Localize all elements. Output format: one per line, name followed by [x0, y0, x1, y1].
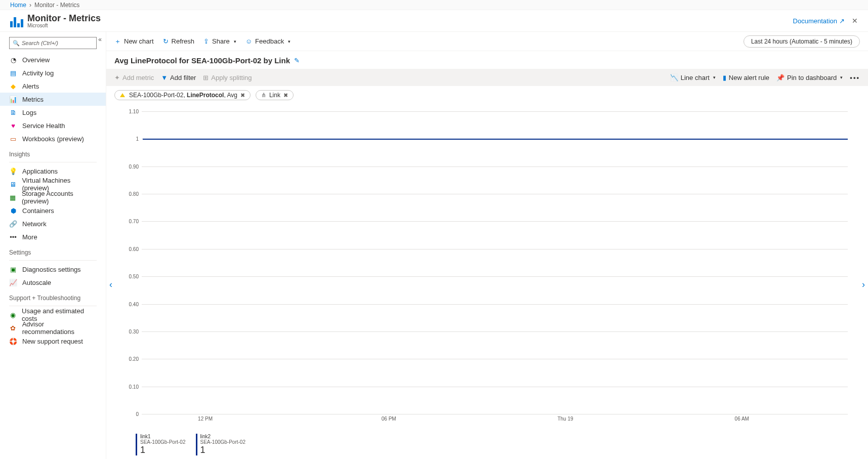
- usage-icon: ◉: [9, 311, 17, 319]
- remove-chip-icon[interactable]: ✖: [240, 92, 245, 99]
- add-filter-button[interactable]: ▼ Add filter: [161, 74, 196, 81]
- y-tick: 0.30: [129, 328, 139, 334]
- chevron-down-icon: ▾: [288, 39, 291, 44]
- gridline: [142, 166, 848, 167]
- edit-title-icon[interactable]: ✎: [294, 57, 300, 64]
- activity-log-icon: ▤: [9, 69, 17, 77]
- sidebar-item-vms[interactable]: 🖥 Virtual Machines (preview): [0, 178, 106, 191]
- chart-type-selector[interactable]: 📉 Line chart ▾: [670, 74, 716, 81]
- sidebar-item-usage[interactable]: ◉ Usage and estimated costs: [0, 308, 106, 321]
- gridline: [142, 359, 848, 359]
- legend-series-name: link2: [200, 434, 246, 439]
- page-subtitle: Microsoft: [27, 23, 101, 28]
- sidebar-item-service-health[interactable]: ♥ Service Health: [0, 119, 106, 132]
- y-tick: 0.70: [129, 219, 139, 224]
- y-tick: 0: [136, 411, 139, 417]
- chevron-down-icon: ▾: [840, 75, 843, 80]
- chevron-down-icon: ▾: [713, 75, 716, 80]
- sidebar-item-diagnostics[interactable]: ▣ Diagnostics settings: [0, 263, 106, 276]
- search-placeholder: Search (Ctrl+/): [22, 40, 58, 46]
- x-tick: 12 PM: [198, 416, 213, 422]
- network-icon: 🔗: [9, 220, 17, 228]
- legend-item[interactable]: link1SEA-100Gb-Port-021: [136, 434, 186, 455]
- sidebar-item-applications[interactable]: 💡 Applications: [0, 164, 106, 178]
- legend-item[interactable]: link2SEA-100Gb-Port-021: [196, 434, 246, 455]
- sidebar-section-insights: Insights: [0, 145, 106, 160]
- x-tick: 06 PM: [382, 416, 396, 422]
- gridline: [142, 221, 848, 222]
- x-axis: 12 PM06 PMThu 1906 AM: [142, 416, 848, 425]
- alert-rule-icon: ▮: [723, 74, 726, 81]
- more-actions-button[interactable]: •••: [850, 74, 860, 81]
- sidebar-item-autoscale[interactable]: 📈 Autoscale: [0, 276, 106, 289]
- split-chip[interactable]: ⋔ Link ✖: [256, 90, 294, 100]
- breadcrumb-home[interactable]: Home: [10, 2, 26, 9]
- external-link-icon: ↗: [839, 17, 845, 25]
- new-alert-button[interactable]: ▮ New alert rule: [723, 74, 769, 81]
- overview-icon: ◔: [9, 56, 17, 64]
- metrics-icon: 📊: [9, 95, 17, 103]
- chart-prev-icon[interactable]: ‹: [109, 279, 112, 290]
- support-icon: 🛟: [9, 337, 17, 345]
- close-icon[interactable]: ✕: [852, 17, 858, 25]
- breadcrumb: Home › Monitor - Metrics: [0, 0, 868, 10]
- chevron-down-icon: ▾: [234, 39, 236, 44]
- sidebar-item-network[interactable]: 🔗 Network: [0, 217, 106, 230]
- x-tick: 06 AM: [735, 416, 749, 422]
- sidebar-item-advisor[interactable]: ✿ Advisor recommendations: [0, 321, 106, 335]
- sidebar-item-support-request[interactable]: 🛟 New support request: [0, 335, 106, 348]
- gridline: [142, 249, 848, 249]
- sidebar-item-overview[interactable]: ◔ Overview: [0, 53, 106, 66]
- y-tick: 0.40: [129, 301, 139, 307]
- sidebar-item-workbooks[interactable]: ▭ Workbooks (preview): [0, 132, 106, 145]
- legend-value: 1: [200, 445, 246, 455]
- add-metric-button[interactable]: ✦ Add metric: [114, 74, 154, 81]
- apply-splitting-button[interactable]: ⊞ Apply splitting: [203, 74, 252, 81]
- share-button[interactable]: ⇪ Share ▾: [203, 37, 236, 45]
- collapse-sidebar-icon[interactable]: «: [98, 36, 102, 43]
- main-content: ＋ New chart ↻ Refresh ⇪ Share ▾ ☺ Feedba…: [106, 32, 868, 459]
- feedback-icon: ☺: [245, 37, 252, 45]
- sidebar-item-activity-log[interactable]: ▤ Activity log: [0, 66, 106, 79]
- data-series-line: [143, 139, 848, 140]
- sidebar-item-metrics[interactable]: 📊 Metrics: [0, 93, 106, 106]
- sidebar-item-storage[interactable]: ▦ Storage Accounts (preview): [0, 191, 106, 204]
- alerts-icon: ◆: [9, 82, 17, 90]
- y-tick: 0.50: [129, 274, 139, 279]
- documentation-link[interactable]: Documentation ↗: [793, 17, 845, 25]
- gridline: [142, 387, 848, 387]
- sidebar-item-more[interactable]: ••• More: [0, 230, 106, 243]
- metric-chips: SEA-100Gb-Port-02, LineProtocol, Avg ✖ ⋔…: [106, 86, 868, 104]
- plot-area[interactable]: [142, 111, 848, 414]
- metric-chip[interactable]: SEA-100Gb-Port-02, LineProtocol, Avg ✖: [114, 90, 251, 100]
- page-header: Monitor - Metrics Microsoft Documentatio…: [0, 10, 868, 32]
- sidebar: « 🔍 Search (Ctrl+/) ◔ Overview ▤ Activit…: [0, 32, 106, 459]
- refresh-button[interactable]: ↻ Refresh: [163, 37, 195, 45]
- sidebar-item-logs[interactable]: 🗎 Logs: [0, 106, 106, 119]
- pin-icon: 📌: [776, 74, 784, 81]
- y-tick: 0.20: [129, 356, 139, 362]
- sidebar-section-support: Support + Troubleshooting: [0, 289, 106, 304]
- y-axis: 1.1010.900.800.700.600.500.400.300.200.1…: [126, 111, 141, 414]
- feedback-button[interactable]: ☺ Feedback ▾: [245, 37, 291, 45]
- search-input[interactable]: 🔍 Search (Ctrl+/): [9, 37, 97, 49]
- remove-chip-icon[interactable]: ✖: [283, 92, 288, 99]
- y-tick: 0.80: [129, 191, 139, 197]
- gridline: [142, 111, 848, 112]
- time-range-picker[interactable]: Last 24 hours (Automatic - 5 minutes): [743, 35, 860, 48]
- splitting-icon: ⊞: [203, 74, 209, 81]
- y-tick: 0.90: [129, 163, 139, 169]
- y-tick: 1: [136, 136, 139, 142]
- chart-next-icon[interactable]: ›: [862, 279, 865, 290]
- vm-icon: 🖥: [9, 180, 17, 188]
- gridline: [142, 276, 848, 277]
- sidebar-item-alerts[interactable]: ◆ Alerts: [0, 79, 106, 93]
- warning-triangle-icon: [120, 93, 125, 97]
- chart-title: Avg LineProtocol for SEA-100Gb-Port-02 b…: [114, 56, 290, 65]
- sidebar-item-containers[interactable]: ⬢ Containers: [0, 204, 106, 217]
- pin-button[interactable]: 📌 Pin to dashboard ▾: [776, 74, 843, 81]
- add-metric-icon: ✦: [114, 74, 120, 81]
- new-chart-button[interactable]: ＋ New chart: [114, 37, 154, 46]
- plus-icon: ＋: [114, 37, 121, 46]
- gridline: [142, 414, 848, 414]
